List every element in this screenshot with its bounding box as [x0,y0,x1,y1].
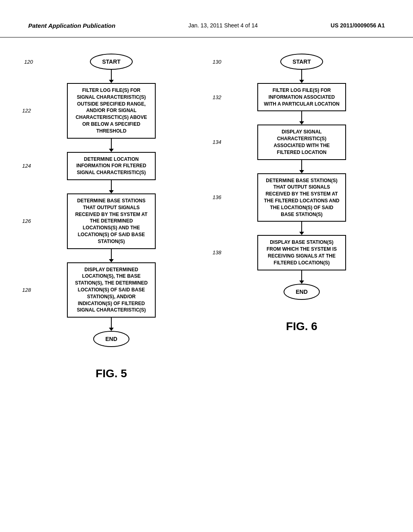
fig5-node124-row: 124 DETERMINE LOCATION INFORMATION FOR F… [20,152,202,180]
fig5-node122: FILTER LOG FILE(S) FOR SIGNAL CHARACTERI… [67,83,156,139]
page-header: Patent Application Publication Jan. 13, … [0,0,413,37]
fig5-arrow4 [111,249,112,259]
fig6-arrow5 [301,270,302,281]
fig6-node134: DISPLAY SIGNAL CHARACTERISTIC(S) ASSOCIA… [257,125,346,160]
fig6-node132-row: 132 FILTER LOG FILE(S) FOR INFORMATION A… [211,83,393,111]
fig6-end-oval: END [284,284,320,300]
fig5-arrow3 [111,180,112,190]
fig6-arrow4 [301,222,302,232]
fig5-label-126: 126 [22,218,31,224]
fig6-label-134: 134 [213,139,221,145]
fig6-end-row: END [211,284,393,300]
fig5-label-120: 120 [24,59,33,65]
fig6-node138-row: 138 DISPLAY BASE STATION(S) FROM WHICH T… [211,235,393,270]
fig5-node126-row: 126 DETERMINE BASE STATIONS THAT OUTPUT … [20,193,202,249]
fig5-flowchart: 120 START 122 FILTER LOG FILE(S) FOR SIG… [20,54,202,380]
fig6-node132: FILTER LOG FILE(S) FOR INFORMATION ASSOC… [257,83,346,111]
page: Patent Application Publication Jan. 13, … [0,0,413,532]
fig6-node134-row: 134 DISPLAY SIGNAL CHARACTERISTIC(S) ASS… [211,125,393,160]
fig6-arrow2 [301,111,302,121]
header-left: Patent Application Publication [28,22,115,29]
fig6-label-132: 132 [213,94,221,100]
fig5-label-128: 128 [22,287,31,293]
fig5-node126: DETERMINE BASE STATIONS THAT OUTPUT SIGN… [67,193,156,249]
fig6-start-oval: START [280,54,323,70]
fig5-arrow5 [111,318,112,328]
header-center: Jan. 13, 2011 Sheet 4 of 14 [188,22,258,29]
fig5-node128: DISPLAY DETERMINED LOCATION(S), THE BASE… [67,262,156,318]
fig5-node124: DETERMINE LOCATION INFORMATION FOR FILTE… [67,152,156,180]
fig5-start-oval: START [90,54,133,70]
fig6-flowchart: 130 START 132 FILTER LOG FILE(S) FOR INF… [211,54,393,380]
header-right: US 2011/0009056 A1 [331,22,385,29]
fig6-label: FIG. 6 [286,320,317,333]
fig6-arrow3 [301,160,302,170]
fig5-node122-row: 122 FILTER LOG FILE(S) FOR SIGNAL CHARAC… [20,83,202,139]
fig5-label-124: 124 [22,163,31,169]
fig5-arrow1 [111,70,112,80]
fig6-node138: DISPLAY BASE STATION(S) FROM WHICH THE S… [257,235,346,270]
fig6-node136: DETERMINE BASE STATION(S) THAT OUTPUT SI… [257,173,346,222]
fig6-label-138: 138 [213,249,221,256]
fig6-label-136: 136 [213,194,221,200]
fig5-start-row: 120 START [20,54,202,70]
fig5-label: FIG. 5 [96,367,127,380]
fig5-node128-row: 128 DISPLAY DETERMINED LOCATION(S), THE … [20,262,202,318]
fig6-label-130: 130 [213,59,221,65]
fig6-arrow1 [301,70,302,80]
fig5-label-122: 122 [22,108,31,114]
fig5-arrow2 [111,139,112,149]
diagrams-area: 120 START 122 FILTER LOG FILE(S) FOR SIG… [0,37,413,396]
fig5-end-row: END [20,331,202,347]
fig5-end-oval: END [93,331,129,347]
fig6-node136-row: 136 DETERMINE BASE STATION(S) THAT OUTPU… [211,173,393,222]
fig6-start-row: 130 START [211,54,393,70]
